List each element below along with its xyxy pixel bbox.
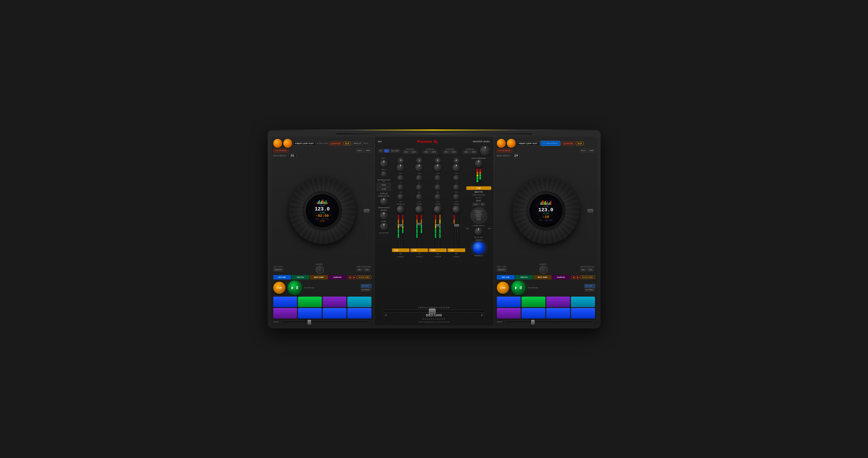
headphone-level-knob[interactable] [380, 223, 388, 231]
ch4-mid-knob[interactable] [453, 184, 459, 191]
right-sampler-mode-btn[interactable]: SAMPLER [552, 275, 570, 280]
left-rev-btn[interactable]: REV [356, 268, 363, 271]
left-memory-btn[interactable]: MEMORY [273, 268, 283, 271]
mic-on-btn[interactable]: ON [384, 149, 389, 153]
left-out-knob[interactable] [283, 139, 292, 148]
level-depth-knob[interactable] [475, 228, 483, 235]
left-pad-3[interactable] [322, 297, 346, 307]
left-back-btn[interactable]: BACK [356, 149, 363, 152]
left-padfx1-mode-btn[interactable]: PAD FX1 [291, 275, 309, 280]
left-wake-btn[interactable]: WAKE UP [352, 142, 362, 145]
left-in-knob[interactable] [273, 139, 282, 148]
right-page-prev-btn[interactable]: ◀ [571, 275, 575, 279]
left-pad-8[interactable] [347, 308, 371, 319]
right-key-reset-btn[interactable]: KEY RESET [585, 288, 595, 291]
right-back-btn[interactable]: BACK [580, 149, 587, 152]
right-tempo-fader-track[interactable] [505, 321, 593, 323]
ch2-color-knob[interactable] [434, 206, 442, 214]
ch3-mid-knob[interactable] [398, 184, 404, 191]
ch3-low-knob[interactable] [398, 194, 404, 200]
ch3-usba-btn[interactable]: USB A [403, 150, 410, 154]
left-key-reset-btn[interactable]: KEY RESET [361, 288, 371, 291]
ch1-trim-knob[interactable] [415, 164, 423, 172]
right-quantize-btn[interactable]: QUANTIZE [561, 142, 575, 145]
right-pad-2[interactable] [522, 297, 546, 307]
right-slip-btn[interactable]: SLIP [576, 142, 584, 145]
filter-btn[interactable]: FILTER [377, 188, 391, 191]
left-play-btn[interactable]: ⏵⏸ [288, 281, 302, 295]
left-search-knob[interactable] [316, 266, 324, 274]
left-slip-reverse-btn[interactable]: SLIP REVERSE [273, 149, 289, 152]
mic1-level-knob[interactable] [380, 160, 388, 168]
mic-off-btn[interactable]: OFF [378, 149, 384, 153]
left-beatjump-mode-btn[interactable]: BEAT JUMP [310, 275, 328, 280]
right-jog-wheel[interactable]: +1 Db 123.0 +2.5% ♭16 SYNC BEAT SYNC [513, 177, 579, 244]
ch1-low-knob[interactable] [416, 194, 422, 200]
right-cue-btn[interactable]: CUE [497, 282, 509, 294]
right-rev-btn[interactable]: REV [580, 268, 586, 271]
ch3-fader-track[interactable] [400, 214, 401, 248]
left-cue-btn[interactable]: CUE [273, 282, 285, 294]
left-key-sync-btn[interactable]: KEY SYNC [361, 284, 371, 288]
ch2-usba-btn[interactable]: USB A [443, 150, 450, 154]
ch3-usbb-btn[interactable]: USB B [410, 150, 417, 154]
left-pad-2[interactable] [298, 297, 322, 307]
ch2-usbb-btn[interactable]: USB B [450, 150, 457, 154]
left-jog-wheel[interactable]: -0 F# 123.0 0.0% -02:50 SYNC BEAT SYNC M… [289, 177, 355, 244]
ch2-low-knob[interactable] [435, 194, 441, 200]
left-page-prev-btn[interactable]: ◀ [348, 275, 352, 279]
left-hotcue-mode-btn[interactable]: HOT CUE [273, 275, 291, 280]
right-in-knob[interactable] [497, 139, 506, 148]
left-pad-6[interactable] [298, 308, 322, 319]
left-slip-btn[interactable]: SLIP [343, 142, 351, 145]
master-level-knob[interactable] [480, 146, 490, 156]
right-memory-btn[interactable]: MEMORY [497, 268, 507, 271]
ch2-hi-knob[interactable] [435, 175, 441, 181]
left-fwd-btn[interactable]: FWD [363, 268, 370, 271]
right-padfx1-mode-btn[interactable]: PAD FX1 [515, 275, 533, 280]
ch4-hi-knob[interactable] [453, 175, 459, 181]
left-sampler-mode-btn[interactable]: SAMPLER [329, 275, 346, 280]
release-fx-btn[interactable] [473, 242, 485, 254]
ch1-hi-knob[interactable] [416, 175, 422, 181]
right-beatloop-btn[interactable]: 4 BEAT LOOP / EXIT [517, 141, 539, 145]
ch4-cue-btn[interactable]: CUE [447, 249, 465, 252]
right-play-btn[interactable]: ⏵⏸ [511, 281, 526, 295]
right-pad-4[interactable] [571, 297, 595, 307]
left-pad-1[interactable] [273, 297, 297, 307]
right-pad-1[interactable] [497, 297, 521, 307]
ch3-cue-btn[interactable]: CUE [392, 249, 410, 252]
left-pad-5[interactable] [273, 308, 297, 319]
right-search-knob[interactable] [539, 266, 548, 274]
mic-talk-btn[interactable]: TALK OVER [390, 149, 400, 153]
right-pad-8[interactable] [571, 308, 595, 319]
left-pad-4[interactable] [347, 297, 371, 307]
ch4-color-knob[interactable] [453, 206, 460, 214]
ch2-cue-btn[interactable]: CUE [429, 249, 446, 252]
left-master-tempo-btn[interactable]: MASTER TEMPO [357, 275, 371, 279]
right-key-sync-btn[interactable]: KEY SYNC [585, 284, 595, 288]
right-view-btn[interactable]: VIEW [588, 149, 595, 152]
right-pitch-fader[interactable] [587, 181, 593, 240]
beat-fx-selector[interactable]: ENGINE JETTRANSREVERBSPIRALECHONOISE [470, 207, 487, 224]
right-pad-6[interactable] [522, 308, 546, 319]
ch3-color-knob[interactable] [397, 206, 404, 214]
crossfader-track[interactable] [382, 310, 486, 313]
noise-btn[interactable]: NOISE [377, 183, 391, 187]
right-slip-reverse-btn[interactable]: SLIP REVERSE [497, 149, 513, 152]
left-view-btn[interactable]: VIEW [364, 149, 371, 152]
booth-cue-btn[interactable]: CUE [466, 186, 491, 190]
beat-auto-btn[interactable]: AUTO [472, 203, 479, 206]
right-fwd-btn[interactable]: FWD [587, 268, 594, 271]
ch1-usba-btn[interactable]: USB A [423, 150, 430, 154]
ch3-hi-knob[interactable] [398, 175, 404, 181]
headphone-mix-knob[interactable] [380, 212, 388, 220]
right-beatjump-mode-btn[interactable]: BEAT JUMP [533, 275, 551, 280]
ch1-color-knob[interactable] [415, 206, 423, 214]
mic2-level-knob[interactable] [381, 171, 387, 177]
beat-tap-btn[interactable]: TAP [479, 203, 485, 206]
right-out-knob[interactable] [507, 139, 516, 148]
left-page-next-btn[interactable]: ▶ [352, 275, 356, 279]
ch1-usbb-btn[interactable]: USB B [430, 150, 437, 154]
right-pad-5[interactable] [497, 308, 521, 319]
